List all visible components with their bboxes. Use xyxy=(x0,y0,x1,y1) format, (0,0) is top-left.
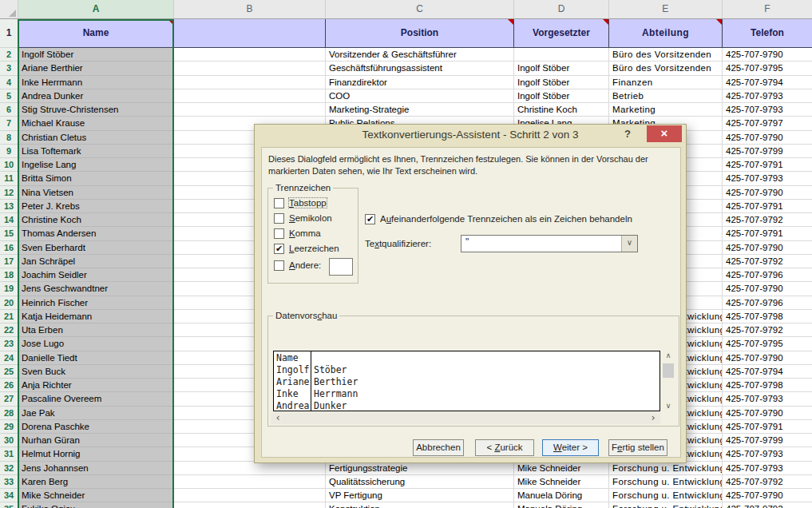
finish-button[interactable]: Fertig stellen xyxy=(608,439,667,456)
checkbox-other[interactable]: Andere: xyxy=(274,260,321,271)
back-button[interactable]: < Zurück xyxy=(475,439,534,456)
cell-name[interactable]: Anja Richter xyxy=(18,379,174,392)
cell-department[interactable]: Büro des Vorsitzenden xyxy=(609,62,723,75)
column-header-a[interactable]: A xyxy=(18,0,174,19)
cell-name[interactable]: Thomas Andersen xyxy=(18,227,174,240)
cell-department[interactable]: Forschung u. Entwicklung xyxy=(609,462,723,475)
cell-manager[interactable]: Manuela Döring xyxy=(514,489,609,502)
cell-name[interactable]: Ariane Berthier xyxy=(18,62,174,75)
cell-name[interactable]: Inke Herrmann xyxy=(18,76,174,89)
row-number[interactable]: 17 xyxy=(0,255,18,268)
cell-phone[interactable]: 425-707-9798 xyxy=(723,310,812,323)
cell-phone[interactable]: 425-707-9790 xyxy=(723,48,812,62)
cell-phone[interactable]: 425-707-9790 xyxy=(723,241,812,255)
chevron-down-icon[interactable]: ∨ xyxy=(621,236,637,252)
data-preview-box[interactable]: Name Ingolf Ariane Inke Andrea Stöber Be… xyxy=(273,351,660,411)
row-number[interactable]: 27 xyxy=(0,392,18,406)
cell-name[interactable]: Nina Vietsen xyxy=(18,186,174,200)
cell-phone[interactable]: 425-707-9792 xyxy=(723,475,812,489)
cell-name[interactable]: Dorena Paschke xyxy=(18,420,174,434)
select-all-corner[interactable] xyxy=(0,0,18,19)
cell-name[interactable]: Sven Buck xyxy=(18,365,174,379)
cell-name[interactable]: Jens Geschwandtner xyxy=(18,282,174,296)
cell-name[interactable]: Helmut Hornig xyxy=(18,447,174,461)
scroll-down-icon[interactable]: ∨ xyxy=(662,401,675,411)
cell-phone[interactable]: 425-707-9792 xyxy=(723,502,812,508)
row-number[interactable]: 35 xyxy=(0,502,18,508)
cell-phone[interactable]: 425-707-9797 xyxy=(723,117,812,130)
cell-name[interactable]: Ingelise Lang xyxy=(18,158,174,172)
column-header-e[interactable]: E xyxy=(609,0,723,19)
cell-department[interactable]: Büro des Vorsitzenden xyxy=(609,48,723,62)
cell-position[interactable]: Qualitätssicherung xyxy=(326,475,514,489)
row-number[interactable]: 5 xyxy=(0,89,18,103)
column-break-line[interactable] xyxy=(311,351,311,411)
cell-name[interactable]: Christian Cletus xyxy=(18,131,174,145)
cell-b[interactable] xyxy=(174,76,326,89)
row-number[interactable]: 31 xyxy=(0,447,18,461)
checkbox-semicolon[interactable]: Semikolon xyxy=(274,212,332,224)
other-delimiter-input[interactable] xyxy=(329,258,353,276)
row-number[interactable]: 14 xyxy=(0,213,18,227)
cell-phone[interactable]: 425-707-9790 xyxy=(723,282,812,296)
cell-name[interactable]: Pascaline Overeem xyxy=(18,392,174,406)
row-number[interactable]: 34 xyxy=(0,489,18,502)
cell-phone[interactable]: 425-707-9799 xyxy=(723,145,812,158)
cell-phone[interactable]: 425-707-9796 xyxy=(723,296,812,310)
column-header-b[interactable]: B xyxy=(174,0,326,19)
cell-position[interactable]: Vorsitzender & Geschäftsführer xyxy=(326,48,514,62)
cell-manager[interactable]: Ingolf Stöber xyxy=(514,89,609,103)
checkbox-space[interactable]: ✔ Leerzeichen xyxy=(274,243,339,254)
cell-department[interactable]: Finanzen xyxy=(609,76,723,89)
cell-phone[interactable]: 425-707-9792 xyxy=(723,255,812,268)
scroll-right-icon[interactable]: › xyxy=(648,412,659,424)
cell-phone[interactable]: 425-707-9799 xyxy=(723,434,812,447)
cell-phone[interactable]: 425-707-9794 xyxy=(723,76,812,89)
cell-name[interactable]: Jose Lugo xyxy=(18,337,174,351)
row-number[interactable]: 12 xyxy=(0,186,18,200)
row-number[interactable]: 1 xyxy=(0,19,18,48)
cell-name[interactable]: Christine Koch xyxy=(18,213,174,227)
cell-header-manager[interactable]: Vorgesetzter xyxy=(514,19,609,48)
cell-b[interactable] xyxy=(174,48,326,62)
cell-name[interactable]: Mike Schneider xyxy=(18,489,174,502)
cell-position[interactable]: Konstruktion xyxy=(326,502,514,508)
cell-name[interactable]: Heinrich Fischer xyxy=(18,296,174,310)
row-number[interactable]: 19 xyxy=(0,282,18,296)
cell-position[interactable]: Geschäftsführungsassistent xyxy=(326,62,514,75)
cell-phone[interactable]: 425-707-9798 xyxy=(723,379,812,392)
cancel-button[interactable]: Abbrechen xyxy=(413,439,464,456)
row-number[interactable]: 8 xyxy=(0,131,18,145)
cell-manager[interactable]: Ingolf Stöber xyxy=(514,76,609,89)
cell-name[interactable]: Karen Berg xyxy=(18,475,174,489)
cell-phone[interactable]: 425-707-9791 xyxy=(723,200,812,213)
checkbox-tab[interactable]: Tabstopp xyxy=(274,197,327,208)
cell-header-b[interactable] xyxy=(174,19,326,48)
cell-department[interactable]: Forschung u. Entwicklung xyxy=(609,475,723,489)
other-checkbox-box[interactable] xyxy=(274,260,284,271)
row-number[interactable]: 33 xyxy=(0,475,18,489)
cell-name[interactable]: Jan Schräpel xyxy=(18,255,174,268)
cell-phone[interactable]: 425-707-9793 xyxy=(723,103,812,117)
cell-name[interactable]: Ingolf Stöber xyxy=(18,48,174,62)
row-number[interactable]: 26 xyxy=(0,379,18,392)
vertical-scrollbar[interactable]: ∧ ∨ xyxy=(662,351,675,411)
column-header-f[interactable]: F xyxy=(723,0,812,19)
close-button[interactable]: × xyxy=(647,125,682,142)
cell-position[interactable]: Finanzdirektor xyxy=(326,76,514,89)
treat-consecutive-checkbox-box[interactable]: ✔ xyxy=(365,214,375,224)
row-number[interactable]: 21 xyxy=(0,310,18,323)
cell-phone[interactable]: 425-707-9790 xyxy=(723,131,812,145)
row-number[interactable]: 7 xyxy=(0,117,18,130)
cell-header-name[interactable]: Name xyxy=(18,19,174,48)
cell-department[interactable]: Betrieb xyxy=(609,89,723,103)
cell-position[interactable]: Fertigungsstrategie xyxy=(326,462,514,475)
row-number[interactable]: 25 xyxy=(0,365,18,379)
cell-b[interactable] xyxy=(174,462,326,475)
tab-checkbox-box[interactable] xyxy=(274,198,284,208)
cell-b[interactable] xyxy=(174,89,326,103)
row-number[interactable]: 29 xyxy=(0,420,18,434)
column-header-c[interactable]: C xyxy=(326,0,514,19)
cell-phone[interactable]: 425-707-9790 xyxy=(723,186,812,200)
row-number[interactable]: 20 xyxy=(0,296,18,310)
